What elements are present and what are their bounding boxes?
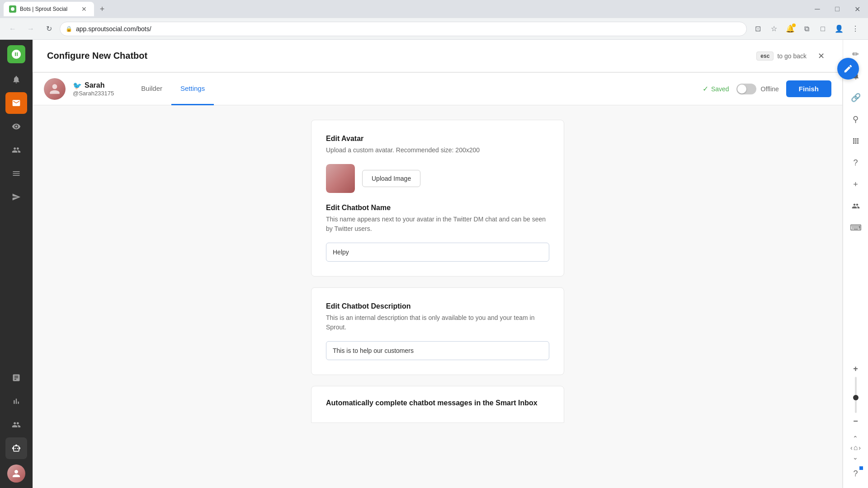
right-grid-icon[interactable] [847, 132, 865, 150]
avatar-image [44, 78, 66, 100]
tab-builder[interactable]: Builder [132, 73, 171, 105]
scroll-down-btn[interactable]: ⌄ [853, 454, 858, 461]
notification-badge [792, 23, 796, 27]
sidebar-item-notifications[interactable] [5, 139, 27, 161]
avatar-img-placeholder [326, 164, 355, 193]
right-help-bottom-icon[interactable]: ? [847, 465, 865, 483]
tab-favicon [9, 5, 16, 13]
avatar-card: Edit Avatar Upload a custom avatar. Reco… [311, 120, 564, 277]
back-label: to go back [777, 52, 807, 60]
right-sidebar: ✏ 🔗 ⚲ ? + ⌨ + − ⌃ ‹ ⌂ › [843, 40, 868, 488]
sidebar-item-inbox[interactable] [5, 92, 27, 114]
right-keyboard-icon[interactable]: ⌨ [847, 219, 865, 237]
esc-hint: esc to go back [756, 52, 807, 61]
avatar-description: Upload a custom avatar. Recommended size… [326, 145, 549, 155]
toggle-knob [737, 84, 746, 94]
chatbot-container: 🐦 Sarah @Sarah233175 Builder Settings ✓ … [33, 72, 843, 488]
sidebar-item-people[interactable] [5, 414, 27, 436]
url-text: app.sproutsocial.com/bots/ [76, 25, 151, 33]
close-page-btn[interactable]: ✕ [814, 49, 828, 63]
settings-panel: Edit Avatar Upload a custom avatar. Reco… [33, 105, 842, 488]
minimize-btn[interactable]: ─ [810, 2, 825, 16]
description-card: Edit Chatbot Description This is an inte… [311, 287, 564, 375]
description-title: Edit Chatbot Description [326, 302, 549, 310]
tab-settings[interactable]: Settings [171, 73, 214, 105]
maximize-btn[interactable]: □ [830, 2, 844, 16]
zoom-slider[interactable] [855, 377, 857, 413]
header-actions: esc to go back ✕ [756, 49, 828, 63]
right-add-icon[interactable]: + [847, 175, 865, 193]
description-desc: This is an internal description that is … [326, 313, 549, 332]
menu-btn[interactable]: ⋮ [848, 22, 863, 36]
chatbot-description-input[interactable] [326, 341, 549, 360]
window-close-btn[interactable]: ✕ [850, 2, 864, 16]
sidebar-item-analytics[interactable] [5, 367, 27, 389]
browser-nav-icons: ⊡ ☆ 🔔 ⧉ □ 👤 ⋮ [750, 22, 863, 36]
chatbot-tabs: Builder Settings [132, 73, 214, 105]
chatbot-handle: @Sarah233175 [73, 90, 114, 97]
sidebar-item-reports[interactable] [5, 390, 27, 412]
offline-toggle[interactable] [736, 84, 756, 94]
sidebar-item-alerts[interactable] [5, 69, 27, 90]
name-title: Edit Chatbot Name [326, 204, 549, 212]
back-btn[interactable]: ← [5, 22, 20, 36]
right-help-icon[interactable]: ? [847, 154, 865, 172]
user-avatar[interactable] [7, 465, 25, 483]
url-bar[interactable]: 🔒 app.sproutsocial.com/bots/ [60, 22, 747, 36]
compose-fab[interactable] [837, 58, 859, 80]
toggle-container: Offline [736, 84, 779, 94]
zoom-in-btn[interactable]: + [849, 362, 862, 375]
auto-complete-title: Automatically complete chatbot messages … [326, 399, 549, 407]
saved-indicator: ✓ Saved [703, 84, 729, 93]
sidebar-item-monitor[interactable] [5, 116, 27, 137]
zoom-out-btn[interactable]: − [849, 415, 862, 427]
refresh-btn[interactable]: ↻ [42, 22, 56, 36]
nav-next-btn[interactable]: › [859, 444, 861, 451]
avatar-title: Edit Avatar [326, 135, 549, 143]
saved-check-icon: ✓ [703, 84, 708, 93]
avatar-preview [326, 164, 355, 193]
twitter-row: 🐦 Sarah [73, 81, 114, 90]
app-container: Configure New Chatbot esc to go back ✕ [0, 40, 868, 488]
new-tab-btn[interactable]: + [96, 3, 108, 15]
browser-titlebar: Bots | Sprout Social ✕ + ─ □ ✕ [0, 0, 868, 18]
saved-label: Saved [711, 85, 729, 93]
sprout-logo[interactable] [7, 45, 25, 63]
active-tab[interactable]: Bots | Sprout Social ✕ [4, 2, 94, 16]
auto-complete-card: Automatically complete chatbot messages … [311, 386, 564, 423]
profile-btn[interactable]: □ [816, 22, 830, 36]
tab-title: Bots | Sprout Social [20, 6, 76, 12]
chatbot-name-input[interactable] [326, 243, 549, 262]
scroll-up-btn[interactable]: ⌃ [853, 435, 858, 442]
extensions-btn[interactable]: ⧉ [799, 22, 814, 36]
browser-nav: ← → ↻ 🔒 app.sproutsocial.com/bots/ ⊡ ☆ 🔔… [0, 18, 868, 40]
lock-icon: 🔒 [66, 26, 72, 32]
twitter-icon: 🐦 [73, 81, 82, 90]
name-description: This name appears next to your avatar in… [326, 215, 549, 234]
finish-button[interactable]: Finish [786, 80, 831, 97]
chatbot-username: Sarah [85, 81, 104, 89]
nav-prev-btn[interactable]: ‹ [850, 444, 853, 451]
tab-close-btn[interactable]: ✕ [80, 5, 89, 14]
esc-badge[interactable]: esc [756, 52, 774, 61]
zoom-slider-thumb[interactable] [853, 395, 859, 400]
bookmark-btn[interactable]: ☆ [767, 22, 781, 36]
sidebar-item-tasks[interactable] [5, 163, 27, 184]
page-title: Configure New Chatbot [47, 51, 147, 61]
sidebar-item-bots[interactable] [5, 437, 27, 459]
cast-btn[interactable]: ⊡ [750, 22, 765, 36]
sidebar-item-publish[interactable] [5, 186, 27, 208]
chatbot-user-info: 🐦 Sarah @Sarah233175 [73, 81, 114, 97]
left-sidebar [0, 40, 33, 488]
avatar-row: Upload Image [326, 164, 549, 193]
right-gender-icon[interactable]: ⚲ [847, 110, 865, 128]
forward-btn[interactable]: → [24, 22, 38, 36]
svg-point-0 [11, 7, 14, 11]
toggle-label: Offline [761, 85, 779, 93]
right-link-icon[interactable]: 🔗 [847, 89, 865, 107]
upload-image-button[interactable]: Upload Image [362, 170, 420, 187]
account-btn[interactable]: 👤 [832, 22, 846, 36]
home-btn[interactable]: ⌂ [854, 444, 858, 452]
right-people-icon[interactable] [847, 197, 865, 215]
extension-notification-btn[interactable]: 🔔 [783, 22, 797, 36]
